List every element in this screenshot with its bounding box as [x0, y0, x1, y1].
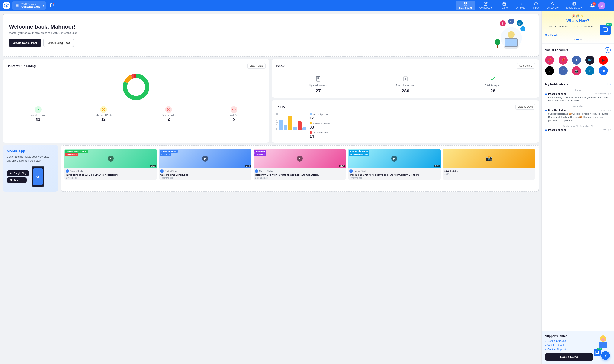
bar-2	[284, 125, 287, 130]
content-publishing-card: Content Publishing Last 7 Days	[2, 59, 269, 143]
content-publishing-title: Content Publishing	[6, 64, 36, 68]
user-avatar[interactable]: M	[598, 2, 605, 9]
notifications-bell[interactable]: 13	[589, 2, 596, 9]
app-logo[interactable]	[2, 2, 10, 9]
account-pinterest-2[interactable]: 📌	[559, 56, 568, 65]
social-accounts-section: Social Accounts + 📌 📌 f 🐦 ▶ ♪ f 📷 in +15	[542, 44, 614, 79]
stat-partial: Partially Failed 2	[137, 106, 200, 122]
svg-text:🔗: 🔗	[518, 22, 521, 25]
account-facebook-2[interactable]: f	[559, 66, 568, 75]
video-info-4: ContentStudio Introducing Chat AI Assist…	[348, 168, 440, 180]
welcome-title: Welcome back, Mahnoor!	[9, 24, 77, 30]
workspace-chevron-icon: ▾	[43, 4, 44, 7]
video-item-1[interactable]: Blog AI: Blog Smarter, Not Harder ▶ 3:07…	[64, 149, 157, 180]
notif-row-2: Post Published a day ago	[548, 109, 611, 112]
account-youtube-1[interactable]: ▶	[599, 56, 608, 65]
notif-dot-2	[545, 110, 547, 111]
content-publishing-dropdown[interactable]: Last 7 Days	[247, 63, 266, 69]
notif-text-1: It's a blessing to be able to click 1 si…	[548, 96, 611, 103]
help-button[interactable]: ?	[601, 351, 610, 360]
stat-failed: Failed Posts 5	[202, 106, 266, 122]
right-panel: 🎉🎊✨ Whats New? "Thrilled to announce "Ch…	[542, 11, 614, 364]
todo-header: To Do Last 30 Days	[276, 104, 535, 110]
video-item-5[interactable]: 📸 Save Supe... Cont...	[443, 149, 535, 180]
social-accounts-title: Social Accounts	[545, 48, 568, 52]
add-account-button[interactable]: +	[605, 47, 611, 53]
account-tiktok-1[interactable]: ♪	[545, 66, 554, 75]
notif-row-3: Post Published 2 days ago	[548, 129, 611, 131]
nav-item-compose[interactable]: Compose ▾	[476, 1, 495, 11]
svg-rect-4	[466, 4, 467, 5]
more-options-icon[interactable]: ⋮	[607, 3, 612, 8]
needs-approval-dot	[310, 113, 312, 115]
notifications-header: My Notifications 13	[545, 82, 611, 86]
support-link-tutorial[interactable]: ● Watch Tutorial	[545, 344, 593, 347]
flag-icon[interactable]	[50, 3, 54, 8]
support-links: ● Detailed Articles ● Watch Tutorial ● C…	[545, 339, 593, 351]
create-social-post-button[interactable]: Create Social Post	[9, 39, 41, 47]
google-play-badge[interactable]: Google Play	[7, 170, 29, 176]
video-info-2: ContentStudio Custom Time Scheduling 4 m…	[159, 168, 251, 180]
svg-point-29	[495, 39, 500, 45]
support-title: Support Center	[545, 334, 593, 338]
inbox-title: Inbox	[276, 64, 284, 68]
top-navigation: WORKSPACE ContentStudio ▾ Dashboard Comp…	[0, 0, 614, 11]
video-item-4[interactable]: Chat AI: The Future of Content Creation …	[348, 149, 440, 180]
todo-stats: Needs Approval 17 Missed Approval 33	[310, 113, 330, 139]
inbox-todo-column: Inbox See Details My Assignments 27	[272, 59, 539, 143]
channel-avatar-2	[160, 169, 164, 173]
support-link-contact[interactable]: ● Contact Support	[545, 348, 593, 351]
support-text: Support Center ● Detailed Articles ● Wat…	[545, 334, 593, 361]
svg-point-12	[551, 2, 554, 5]
donut-chart	[6, 72, 266, 102]
video-channel-1: ContentStudio	[66, 169, 156, 173]
nav-item-media-library[interactable]: Media Library	[563, 1, 585, 11]
account-twitter-1[interactable]: 🐦	[586, 56, 594, 65]
account-facebook-1[interactable]: f	[572, 56, 581, 65]
nav-item-analyze[interactable]: Analyze	[513, 1, 529, 11]
content-publishing-header: Content Publishing Last 7 Days	[6, 63, 266, 69]
whats-new-see-details[interactable]: See Details	[545, 33, 597, 37]
nav-right: 13 M ⋮	[589, 2, 612, 9]
video-title-3: Instagram Grid View: Create an Aesthetic…	[255, 173, 345, 176]
video-meta-2: 4 months ago	[160, 177, 250, 179]
nav-item-dashboard[interactable]: Dashboard	[456, 1, 475, 11]
notifications-count: 13	[607, 82, 611, 86]
chat-ai-badge: NEW	[600, 25, 611, 35]
nav-item-planner[interactable]: Planner	[496, 1, 512, 11]
inbox-see-details-button[interactable]: See Details	[517, 63, 535, 69]
support-link-articles[interactable]: ● Detailed Articles	[545, 339, 593, 342]
svg-rect-42	[317, 76, 320, 81]
todo-content: 0 5 10 15 20 25 30 35	[276, 113, 535, 139]
book-demo-button[interactable]: Book a Demo	[545, 353, 593, 361]
assignments-icon	[314, 75, 322, 83]
workspace-selector[interactable]: WORKSPACE ContentStudio ▾	[12, 1, 46, 10]
mobile-app-card: Mobile App ContentStudio makes your work…	[2, 145, 58, 192]
inbox-stat-total-unassigned: Total Unassigned 280	[363, 75, 448, 94]
nav-item-discover[interactable]: Discover ▾	[544, 1, 562, 11]
account-instagram-1[interactable]: 📷	[572, 66, 581, 75]
nav-item-inbox[interactable]: Inbox	[530, 1, 543, 11]
svg-rect-1	[464, 2, 465, 3]
tutorial-bullet: ●	[545, 344, 547, 347]
video-meta-1: 3 months ago	[66, 177, 156, 179]
video-item-2[interactable]: Create a Custom Schedule ▶ 1:34 ContentS…	[159, 149, 251, 180]
inbox-header: Inbox See Details	[276, 63, 535, 69]
more-accounts-button[interactable]: +15	[599, 66, 608, 75]
channel-avatar-1	[66, 169, 69, 173]
video-item-3[interactable]: Instagram Grid View ▶ 6:54 ContentStudio	[254, 149, 346, 180]
account-pinterest-1[interactable]: 📌	[545, 56, 554, 65]
video-title-4: Introducing Chat AI Assistant: The Futur…	[349, 173, 439, 176]
video-meta-3: 2 months ago	[255, 177, 345, 179]
create-blog-post-button[interactable]: Create Blog Post	[43, 39, 74, 47]
svg-rect-3	[464, 4, 465, 5]
notifications-section: My Notifications 13 Today Post Published…	[542, 79, 614, 331]
welcome-illustration: f in 🔗 t	[490, 19, 533, 51]
account-linkedin-1[interactable]: in	[586, 66, 594, 75]
bar-5	[298, 121, 302, 130]
app-store-badge[interactable]: App Store	[7, 177, 27, 183]
todo-dropdown[interactable]: Last 30 Days	[515, 104, 535, 110]
video-meta-4: 3 months ago	[349, 177, 439, 179]
welcome-subtitle: Master your social media presence with C…	[9, 31, 77, 35]
welcome-buttons: Create Social Post Create Blog Post	[9, 39, 77, 47]
